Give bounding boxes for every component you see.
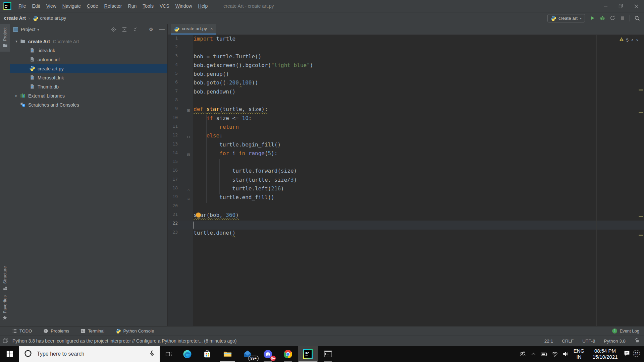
menu-refactor[interactable]: Refactor <box>101 3 125 9</box>
unlock-icon[interactable] <box>634 338 639 344</box>
people-icon[interactable] <box>517 350 528 358</box>
code-line-19[interactable]: 19⌂ turtle.end_fill() <box>168 194 644 203</box>
chevron-right-icon[interactable]: ▸ <box>13 94 20 98</box>
toolwindow-button-todo[interactable]: TODO <box>12 328 32 334</box>
code-line-8[interactable]: 8 <box>168 97 644 106</box>
code-line-11[interactable]: 11 return <box>168 124 644 132</box>
toolwindow-button-terminal[interactable]: Terminal <box>80 328 104 334</box>
taskbar-app-pycharm[interactable]: PC <box>298 346 318 362</box>
taskbar-app-store[interactable] <box>197 346 217 362</box>
code-line-7[interactable]: 7bob.pendown() <box>168 88 644 97</box>
menu-run[interactable]: Run <box>125 3 140 9</box>
coverage-button[interactable] <box>609 15 615 21</box>
run-button[interactable] <box>589 15 595 21</box>
menu-navigate[interactable]: Navigate <box>59 3 84 9</box>
wifi-icon[interactable] <box>549 350 560 358</box>
code-line-14[interactable]: 14⊟ for i in range(5): <box>168 150 644 159</box>
language-indicator[interactable]: ENG IN <box>571 348 587 360</box>
tree-item-scratches-and-consoles[interactable]: Scratches and Consoles <box>10 100 167 109</box>
hide-panel-button[interactable]: — <box>159 27 165 33</box>
fold-marker-icon[interactable]: ⊟ <box>184 106 193 115</box>
taskbar-app-terminal[interactable] <box>318 346 338 362</box>
debug-button[interactable] <box>599 15 605 21</box>
project-panel-title[interactable]: Project <box>21 27 36 32</box>
code-line-5[interactable]: 5bob.penup() <box>168 71 644 79</box>
minimize-button[interactable] <box>598 0 613 12</box>
tool-stripe-favorites[interactable]: Favorites <box>2 295 7 321</box>
menu-edit[interactable]: Edit <box>29 3 43 9</box>
expand-all-button[interactable] <box>121 27 127 33</box>
code-line-4[interactable]: 4bob.getscreen().bgcolor("light blue") <box>168 62 644 71</box>
breadcrumb-project[interactable]: create Art <box>4 15 26 21</box>
run-configuration-select[interactable]: create art ▾ <box>547 14 585 22</box>
menu-file[interactable]: File <box>15 3 29 9</box>
menu-window[interactable]: Window <box>172 3 195 9</box>
code-line-2[interactable]: 2 <box>168 44 644 53</box>
restore-button[interactable] <box>613 0 629 12</box>
caret-position-widget[interactable]: 22:1 <box>544 339 553 344</box>
toolwindow-button-problems[interactable]: Problems <box>43 328 69 334</box>
microphone-icon[interactable] <box>149 350 156 358</box>
code-line-3[interactable]: 3bob = turtle.Turtle() <box>168 53 644 62</box>
tree-item-create-art[interactable]: ▾create ArtC:\create Art <box>10 37 167 46</box>
tray-chevron-up-icon[interactable] <box>528 351 539 357</box>
settings-gear-icon[interactable]: ⚙ <box>148 27 154 33</box>
code-line-15[interactable]: 15 <box>168 159 644 168</box>
code-line-16[interactable]: 16 turtle.forward(size) <box>168 168 644 176</box>
volume-icon[interactable] <box>560 350 571 358</box>
menu-view[interactable]: View <box>43 3 59 9</box>
next-warning-icon[interactable]: ∨ <box>636 38 639 42</box>
chevron-down-icon[interactable]: ▾ <box>13 39 20 44</box>
fold-end-marker-icon[interactable]: ⌂ <box>184 185 193 194</box>
warning-stripe-mark[interactable] <box>639 235 643 236</box>
warning-stripe-mark[interactable] <box>639 112 643 113</box>
close-button[interactable] <box>629 0 644 12</box>
breadcrumb-file[interactable]: create art.py <box>40 15 66 21</box>
code-line-12[interactable]: 12⊟ else: <box>168 132 644 141</box>
taskbar-app-chrome[interactable] <box>278 346 298 362</box>
code-line-6[interactable]: 6bob.goto((-200,100)) <box>168 79 644 88</box>
tree-item-create-art-py[interactable]: create art.py <box>10 64 167 73</box>
warning-stripe-mark[interactable] <box>639 89 643 90</box>
tree-item-idea-lnk[interactable]: ?.idea.lnk <box>10 46 167 55</box>
warning-stripe-mark[interactable] <box>639 216 643 217</box>
tree-item-external-libraries[interactable]: ▸External Libraries <box>10 91 167 100</box>
menu-vcs[interactable]: VCS <box>157 3 172 9</box>
menu-code[interactable]: Code <box>84 3 101 9</box>
tree-item-thumb-db[interactable]: ?Thumb.db <box>10 82 167 91</box>
toolwindow-button-python-console[interactable]: Python Console <box>116 328 154 334</box>
start-button[interactable] <box>0 346 19 362</box>
encoding-widget[interactable]: UTF-8 <box>582 339 595 344</box>
code-line-23[interactable]: 23turtle.done() <box>168 230 644 238</box>
code-line-17[interactable]: 17 star(turtle, size/3) <box>168 177 644 185</box>
tool-stripe-structure[interactable]: Structure <box>2 266 7 292</box>
inspections-widget[interactable]: 5 ∧ ∨ <box>619 37 639 43</box>
code-line-18[interactable]: 18⌂ turtle.left(216) <box>168 185 644 194</box>
line-separator-widget[interactable]: CRLF <box>562 339 574 344</box>
code-line-13[interactable]: 13 turtle.begin_fill() <box>168 141 644 150</box>
code-editor[interactable]: 1import turtle23bob = turtle.Turtle()4bo… <box>168 35 644 326</box>
taskbar-app-mail[interactable]: 99+ <box>237 346 258 362</box>
stop-button[interactable] <box>620 15 625 21</box>
code-line-22[interactable]: 22 <box>168 221 644 229</box>
taskbar-app-discord[interactable]: 9+ <box>258 346 278 362</box>
task-view-button[interactable] <box>160 346 177 362</box>
code-line-20[interactable]: 20 <box>168 203 644 212</box>
fold-end-marker-icon[interactable]: ⌂ <box>184 194 193 203</box>
event-log-button[interactable]: 1 Event Log <box>612 328 639 334</box>
code-line-9[interactable]: 9⊟def star(turtle, size): <box>168 106 644 115</box>
taskbar-search-box[interactable]: Type here to search <box>19 346 160 362</box>
tab-create-art-py[interactable]: create art.py × <box>171 24 216 35</box>
fold-marker-icon[interactable]: ⊟ <box>184 150 193 159</box>
taskbar-app-explorer[interactable] <box>217 346 237 362</box>
locate-file-button[interactable] <box>111 27 116 33</box>
menu-help[interactable]: Help <box>195 3 211 9</box>
clock[interactable]: 08:54 PM 15/10/2021 <box>587 348 623 360</box>
notification-center-button[interactable]: 22 <box>623 350 641 358</box>
prev-warning-icon[interactable]: ∧ <box>631 38 634 42</box>
code-line-10[interactable]: 10 if size <= 10: <box>168 115 644 124</box>
tool-stripe-project[interactable]: Project <box>0 24 10 52</box>
menu-tools[interactable]: Tools <box>140 3 157 9</box>
code-line-21[interactable]: 21star(bob, 360) <box>168 212 644 221</box>
tab-close-icon[interactable]: × <box>210 26 213 31</box>
